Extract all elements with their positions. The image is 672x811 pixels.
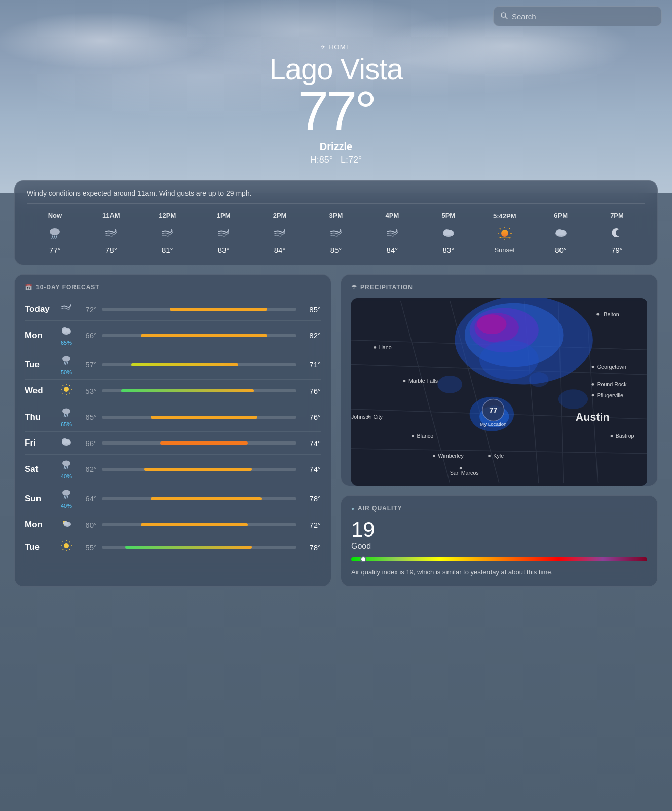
svg-point-25	[62, 356, 70, 362]
forecast-weather-icon	[61, 325, 72, 339]
hour-item: 5:42PMSunset	[476, 212, 533, 254]
forecast-icon-wrap	[55, 436, 78, 450]
hour-label: 1PM	[217, 212, 231, 219]
calendar-icon: 📅	[25, 284, 33, 291]
forecast-low-temp: 65°	[78, 413, 97, 421]
hour-item: 11AM78°	[83, 212, 139, 254]
air-quality-card: ● AIR QUALITY 19 Good Air quality index …	[341, 495, 658, 587]
forecast-weather-icon	[61, 459, 72, 473]
forecast-temp-bar	[102, 523, 296, 526]
hourly-forecast-card: Windy conditions expected around 11am. W…	[14, 180, 658, 265]
forecast-icon-wrap: 40%	[55, 488, 78, 509]
forecast-bar-fill	[131, 363, 238, 366]
forecast-precipitation: 40%	[61, 473, 72, 480]
hour-label: 7PM	[610, 212, 624, 219]
hour-item: Now77°	[27, 212, 83, 254]
forecast-row: Mon60°72°	[25, 513, 321, 536]
forecast-weather-icon	[61, 407, 72, 421]
hour-label: 3PM	[329, 212, 343, 219]
svg-line-31	[69, 385, 70, 386]
search-bar[interactable]: Search	[493, 6, 662, 26]
forecast-list: Today72°85°Mon65%66°82°Tue50%57°71°Wed53…	[25, 298, 321, 559]
forecast-bar-fill	[170, 308, 267, 311]
hour-label: 2PM	[273, 212, 287, 219]
svg-point-24	[66, 328, 70, 333]
precipitation-map[interactable]: Belton Llano Georgetown Marble Falls	[351, 298, 647, 486]
location-arrow-icon: ✈	[321, 44, 326, 50]
hour-temperature: 77°	[49, 246, 61, 254]
forecast-low-temp: 55°	[78, 543, 97, 552]
svg-text:Austin: Austin	[576, 411, 610, 423]
svg-line-50	[64, 496, 65, 498]
forecast-weather-icon	[61, 302, 72, 316]
svg-point-92	[403, 380, 406, 382]
forecast-weather-icon	[61, 384, 72, 398]
hour-weather-icon	[216, 225, 231, 241]
forecast-temp-bar	[102, 308, 296, 311]
svg-line-62	[63, 549, 64, 550]
svg-point-49	[62, 490, 70, 496]
hour-weather-icon	[104, 225, 118, 241]
svg-line-39	[64, 414, 65, 417]
hour-temperature: 84°	[274, 246, 286, 254]
hour-weather-icon	[48, 225, 62, 241]
air-quality-title: ● AIR QUALITY	[351, 505, 647, 512]
svg-line-1	[505, 17, 507, 19]
hour-weather-icon	[385, 225, 399, 241]
forecast-day-label: Sun	[25, 494, 55, 504]
svg-line-52	[67, 496, 68, 498]
hour-label: Now	[48, 212, 62, 219]
forecast-bar-fill	[151, 416, 257, 419]
svg-point-79	[477, 314, 506, 334]
hour-weather-icon	[441, 225, 456, 241]
svg-point-56	[64, 543, 69, 548]
air-quality-dot-icon: ●	[351, 506, 355, 511]
hour-item: 6PM80°	[533, 212, 589, 254]
svg-point-9	[501, 230, 508, 237]
svg-point-55	[63, 521, 68, 525]
hour-temperature: 85°	[330, 246, 342, 254]
hour-item: 5PM83°	[420, 212, 476, 254]
svg-line-3	[52, 236, 53, 239]
forecast-weather-icon	[61, 540, 72, 555]
svg-text:Wimberley: Wimberley	[438, 453, 464, 459]
forecast-temp-bar	[102, 416, 296, 419]
forecast-high-temp: 85°	[302, 305, 321, 314]
svg-point-96	[592, 394, 594, 396]
svg-line-11	[509, 228, 510, 229]
svg-line-4	[54, 236, 55, 239]
hour-label: 6PM	[554, 212, 568, 219]
forecast-bar-fill	[141, 523, 248, 526]
ten-day-forecast-card: 📅 10-DAY FORECAST Today72°85°Mon65%66°82…	[14, 274, 331, 587]
svg-text:San Marcos: San Marcos	[450, 470, 479, 476]
hour-label: 11AM	[102, 212, 120, 219]
svg-line-5	[56, 236, 57, 239]
forecast-bar-fill	[151, 497, 262, 500]
forecast-icon-wrap	[55, 518, 78, 532]
hero-section: ✈ HOME Lago Vista 77° Drizzle H:85° L:72…	[0, 0, 672, 180]
hour-weather-icon	[498, 225, 512, 241]
hour-temperature: 83°	[442, 246, 454, 254]
svg-line-41	[67, 414, 68, 417]
forecast-row: Fri66°74°	[25, 431, 321, 454]
svg-line-37	[63, 385, 64, 386]
svg-line-51	[66, 496, 67, 498]
forecast-row: Today72°85°	[25, 298, 321, 320]
forecast-icon-wrap: 65%	[55, 325, 78, 346]
svg-text:Pflugerville: Pflugerville	[597, 392, 623, 398]
svg-text:Marble Falls: Marble Falls	[408, 378, 438, 384]
air-quality-bar-indicator	[360, 556, 366, 562]
forecast-bar-fill	[121, 389, 253, 392]
temp-range: H:85° L:72°	[0, 155, 672, 165]
svg-line-48	[67, 466, 68, 469]
svg-text:Llano: Llano	[379, 344, 392, 350]
forecast-day-label: Wed	[25, 386, 55, 396]
forecast-temp-bar	[102, 389, 296, 392]
svg-line-58	[69, 542, 70, 543]
forecast-high-temp: 76°	[302, 413, 321, 421]
hour-temperature: 79°	[611, 246, 623, 254]
hour-weather-icon	[554, 225, 568, 241]
svg-text:Georgetown: Georgetown	[597, 364, 626, 370]
svg-point-94	[592, 383, 594, 386]
svg-point-88	[374, 346, 376, 349]
